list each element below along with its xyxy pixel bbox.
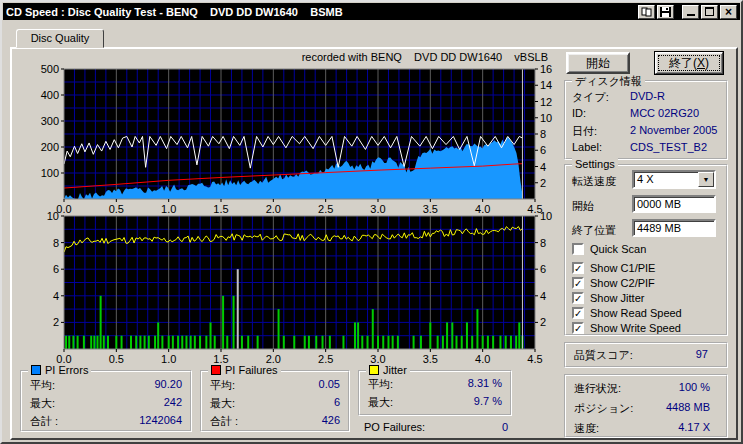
- disc-type-value: DVD-R: [630, 90, 665, 104]
- max-label: 最大:: [368, 395, 393, 410]
- max-label: 最大:: [210, 396, 235, 411]
- po-failures-value: 0: [502, 421, 508, 433]
- disc-label-label: Label:: [572, 141, 602, 155]
- exit-button[interactable]: 終了(X): [654, 51, 724, 75]
- maximize-icon: [705, 7, 714, 16]
- pi-failures-legend-swatch: [211, 365, 221, 375]
- avg-value: 90.20: [154, 378, 182, 390]
- app-window: CD Speed : Disc Quality Test - BENQ DVD …: [0, 0, 743, 444]
- maximize-button[interactable]: [701, 5, 718, 19]
- settings-title: Settings: [572, 158, 618, 170]
- disc-type-label: タイプ:: [572, 90, 609, 104]
- jitter-panel: Jitter 平均:8.31 % 最大:9.7 %: [358, 370, 512, 416]
- exit-button-label-post: ): [705, 56, 709, 70]
- window-title: CD Speed : Disc Quality Test - BENQ DVD …: [6, 6, 636, 18]
- transfer-speed-label: 転送速度: [572, 174, 616, 188]
- position-value: 4488 MB: [564, 401, 710, 415]
- disc-date-label: 日付:: [572, 124, 597, 138]
- avg-value: 0.05: [319, 378, 340, 390]
- close-button[interactable]: ×: [720, 5, 737, 19]
- checkbox-quick-scan[interactable]: Quick Scan: [572, 242, 646, 255]
- titlebar: CD Speed : Disc Quality Test - BENQ DVD …: [3, 3, 740, 20]
- checkbox-show-read-speed[interactable]: ✓Show Read Speed: [572, 306, 682, 319]
- checkbox-show-c2-pif[interactable]: ✓Show C2/PIF: [572, 276, 655, 289]
- minimize-button[interactable]: [682, 5, 699, 19]
- max-value: 9.7 %: [474, 395, 502, 407]
- end-position-label: 終了位置: [572, 223, 616, 237]
- copy-button[interactable]: [638, 5, 655, 19]
- disc-info-title: ディスク情報: [572, 74, 645, 89]
- checkbox-show-jitter[interactable]: ✓Show Jitter: [572, 291, 644, 304]
- minimize-icon: [687, 14, 695, 16]
- chevron-down-icon[interactable]: ▼: [698, 172, 714, 187]
- avg-label: 平均:: [210, 378, 235, 393]
- progress-value: 100 %: [564, 381, 710, 395]
- exit-button-label-pre: 終了(: [669, 55, 697, 72]
- close-icon: ×: [725, 7, 732, 17]
- total-label: 合計 :: [210, 414, 238, 429]
- jitter-legend-label: Jitter: [383, 364, 407, 376]
- save-icon: [660, 7, 671, 17]
- disc-id-label: ID:: [572, 107, 586, 121]
- pi-errors-panel: PI Errors 平均:90.20 最大:242 合計 :1242064: [20, 370, 192, 432]
- max-value: 6: [334, 396, 340, 408]
- total-label: 合計 :: [30, 414, 58, 429]
- copy-icon: [641, 7, 652, 17]
- start-position-input[interactable]: 0000 MB: [632, 195, 716, 213]
- end-position-input[interactable]: 4489 MB: [632, 219, 716, 237]
- pi-failures-legend-label: PI Failures: [225, 364, 278, 376]
- quality-score-value: 97: [564, 348, 708, 362]
- total-value: 426: [322, 414, 340, 426]
- transfer-speed-select[interactable]: 4 X ▼: [632, 170, 716, 189]
- tab-disc-quality[interactable]: Disc Quality: [16, 29, 104, 48]
- start-position-label: 開始: [572, 199, 594, 213]
- checkbox-show-c1-pie[interactable]: ✓Show C1/PIE: [572, 261, 655, 274]
- speed-value: 4.17 X: [564, 421, 710, 435]
- jitter-panel-wrap: Jitter 平均:8.31 % 最大:9.7 % PO Failures:0: [358, 370, 512, 434]
- jitter-legend-swatch: [369, 365, 379, 375]
- exit-button-accesskey: X: [697, 56, 705, 70]
- avg-value: 8.31 %: [468, 377, 502, 389]
- recorded-with-text: recorded with BENQ DVD DD DW1640 vBSLB: [252, 51, 548, 63]
- disc-date-value: 2 November 2005: [630, 124, 717, 138]
- max-label: 最大:: [30, 396, 55, 411]
- disc-id-value: MCC 02RG20: [630, 107, 699, 121]
- avg-label: 平均:: [30, 378, 55, 393]
- total-value: 1242064: [139, 414, 182, 426]
- start-button[interactable]: 開始: [566, 52, 630, 74]
- transfer-speed-value: 4 X: [634, 172, 698, 187]
- pi-errors-legend-swatch: [31, 365, 41, 375]
- pi-errors-legend-label: PI Errors: [45, 364, 88, 376]
- disc-label-value: CDS_TEST_B2: [630, 141, 707, 155]
- checkbox-show-write-speed[interactable]: ✓Show Write Speed: [572, 321, 681, 334]
- max-value: 242: [164, 396, 182, 408]
- avg-label: 平均:: [368, 377, 393, 392]
- pi-failures-panel: PI Failures 平均:0.05 最大:6 合計 :426: [200, 370, 350, 432]
- save-button[interactable]: [657, 5, 674, 19]
- po-failures-label: PO Failures:: [364, 421, 425, 433]
